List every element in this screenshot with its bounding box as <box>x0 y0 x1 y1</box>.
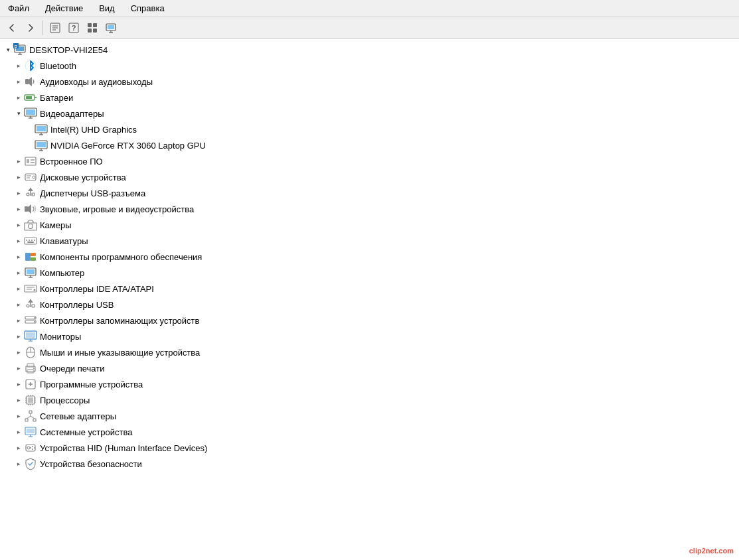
properties-button[interactable] <box>47 20 63 36</box>
expand-arrow[interactable]: ▸ <box>13 363 24 374</box>
expand-arrow[interactable]: ▸ <box>13 76 24 87</box>
expand-arrow[interactable]: ▸ <box>13 458 24 469</box>
tree-item[interactable]: ▸Мониторы <box>0 328 739 344</box>
expand-arrow[interactable]: ▸ <box>13 331 24 342</box>
menu-help[interactable]: Справка <box>128 2 167 15</box>
expand-arrow[interactable]: ▸ <box>13 267 24 278</box>
expand-arrow[interactable]: ▸ <box>13 315 24 326</box>
tree-item[interactable]: ▸Очереди печати <box>0 360 739 376</box>
expand-arrow[interactable]: ▸ <box>13 411 24 421</box>
svg-rect-9 <box>93 29 97 33</box>
expand-arrow[interactable]: ▸ <box>13 379 24 389</box>
expand-arrow[interactable]: ▸ <box>13 299 24 310</box>
tree-item[interactable]: ▸Bluetooth <box>0 58 739 74</box>
back-button[interactable] <box>4 20 20 36</box>
svg-rect-58 <box>25 253 31 261</box>
tree-item[interactable]: ▸Процессоры <box>0 392 739 408</box>
tree-item[interactable]: ▸Контроллеры USB <box>0 297 739 313</box>
svg-rect-24 <box>26 96 32 99</box>
usb-icon <box>24 186 37 200</box>
expand-arrow[interactable]: ▸ <box>13 395 24 405</box>
tree-item[interactable]: ▸Устройства HID (Human Interface Devices… <box>0 440 739 456</box>
tree-item[interactable]: ▸Дисковые устройства <box>0 169 739 185</box>
svg-point-118 <box>30 447 31 449</box>
expand-arrow[interactable]: ▸ <box>13 427 24 437</box>
svg-rect-60 <box>31 257 36 261</box>
security-icon <box>24 457 37 470</box>
expand-arrow[interactable]: ▸ <box>13 251 24 262</box>
tree-item[interactable]: ▸Контроллеры запоминающих устройств <box>0 313 739 328</box>
item-label: Мыши и иные указывающие устройства <box>40 348 200 358</box>
tree-item[interactable]: ▸Аудиовходы и аудиовыходы <box>0 74 739 90</box>
item-label: Встроенное ПО <box>40 157 103 167</box>
tree-item[interactable]: ▸Клавиатуры <box>0 233 739 249</box>
item-label: Системные устройства <box>40 427 132 437</box>
network-icon <box>24 409 37 423</box>
tree-item[interactable]: ▸Компоненты программного обеспечения <box>0 249 739 265</box>
expand-arrow[interactable]: ▸ <box>13 443 24 453</box>
tree-item[interactable]: ▸Диспетчеры USB-разъема <box>0 185 739 201</box>
expand-arrow[interactable]: ▸ <box>13 236 24 246</box>
expand-arrow[interactable]: ▸ <box>13 347 24 358</box>
display-small-icon <box>35 123 48 136</box>
svg-rect-39 <box>31 159 35 161</box>
tree-item[interactable]: ▸Устройства безопасности <box>0 456 739 472</box>
expand-arrow[interactable]: ▾ <box>13 108 24 119</box>
expand-arrow[interactable]: ▸ <box>13 188 24 198</box>
root-label: DESKTOP-VHI2E54 <box>29 45 108 55</box>
svg-rect-41 <box>25 174 36 180</box>
svg-rect-21 <box>25 79 29 84</box>
tree-item[interactable]: ▸Встроенное ПО <box>0 153 739 169</box>
tree-panel[interactable]: ▾ D DESKTOP-VHI2E54 ▸Bluetooth▸Аудиовход… <box>0 39 739 560</box>
tree-item[interactable]: ▾Видеоадаптеры <box>0 105 739 121</box>
svg-line-108 <box>31 416 35 419</box>
tree-item[interactable]: ▸NVIDIA GeForce RTX 3060 Laptop GPU <box>0 137 739 153</box>
tree-item[interactable]: ▸Сетевые адаптеры <box>0 408 739 424</box>
expand-arrow[interactable]: ▸ <box>13 92 24 103</box>
tree-item[interactable]: ▸Контроллеры IDE ATA/ATAPI <box>0 281 739 297</box>
software-icon <box>24 250 37 263</box>
watermark-text3: .com <box>716 547 734 555</box>
tree-item[interactable]: ▸Программные устройства <box>0 376 739 392</box>
tree-item[interactable]: ▸Камеры <box>0 217 739 233</box>
svg-rect-77 <box>26 332 35 338</box>
svg-rect-62 <box>27 269 35 274</box>
help-button[interactable]: ? <box>66 20 82 36</box>
tree-item[interactable]: ▸Компьютер <box>0 265 739 281</box>
svg-point-85 <box>33 368 35 369</box>
item-label: Компьютер <box>40 268 84 278</box>
tree-item[interactable]: ▸Системные устройства <box>0 424 739 440</box>
expand-arrow[interactable]: ▸ <box>13 156 24 167</box>
tree-item[interactable]: ▸Батареи <box>0 90 739 105</box>
view-button[interactable] <box>84 20 100 36</box>
item-label: Видеоадаптеры <box>40 109 104 119</box>
tree-item[interactable]: ▸Мыши и иные указывающие устройства <box>0 344 739 360</box>
storage-icon <box>24 314 37 327</box>
disk-icon <box>24 171 37 184</box>
keyboard-icon <box>24 234 37 247</box>
forward-button[interactable] <box>23 20 39 36</box>
expand-arrow[interactable]: ▸ <box>13 204 24 214</box>
tree-root[interactable]: ▾ D DESKTOP-VHI2E54 <box>0 42 739 58</box>
menu-action[interactable]: Действие <box>42 2 86 15</box>
display-icon <box>24 107 37 120</box>
expand-arrow[interactable]: ▸ <box>13 172 24 182</box>
svg-rect-6 <box>88 23 92 27</box>
toolbar: ? <box>0 17 739 39</box>
item-label: Дисковые устройства <box>40 173 126 182</box>
expand-arrow[interactable]: ▸ <box>13 60 24 71</box>
monitor-button[interactable] <box>103 20 119 36</box>
tree-item[interactable]: ▸Звуковые, игровые и видеоустройства <box>0 201 739 217</box>
svg-point-115 <box>32 446 33 447</box>
tree-item[interactable]: ▸Intel(R) UHD Graphics <box>0 121 739 137</box>
item-label: Контроллеры IDE ATA/ATAPI <box>40 284 154 294</box>
item-label: Клавиатуры <box>40 236 88 246</box>
root-expand-arrow[interactable]: ▾ <box>3 44 13 55</box>
expand-arrow[interactable]: ▸ <box>13 283 24 294</box>
expand-arrow[interactable]: ▸ <box>13 220 24 230</box>
audio-icon <box>24 75 37 88</box>
tree-categories: ▸Bluetooth▸Аудиовходы и аудиовыходы▸Бата… <box>0 58 739 472</box>
item-label: Батареи <box>40 93 73 103</box>
menu-file[interactable]: Файл <box>5 2 32 15</box>
menu-view[interactable]: Вид <box>96 2 118 15</box>
